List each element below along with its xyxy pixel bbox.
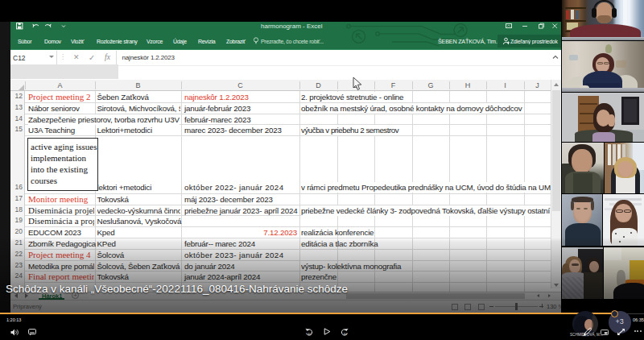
svg-text:10: 10 [343, 331, 347, 335]
svg-text:10: 10 [308, 331, 312, 335]
